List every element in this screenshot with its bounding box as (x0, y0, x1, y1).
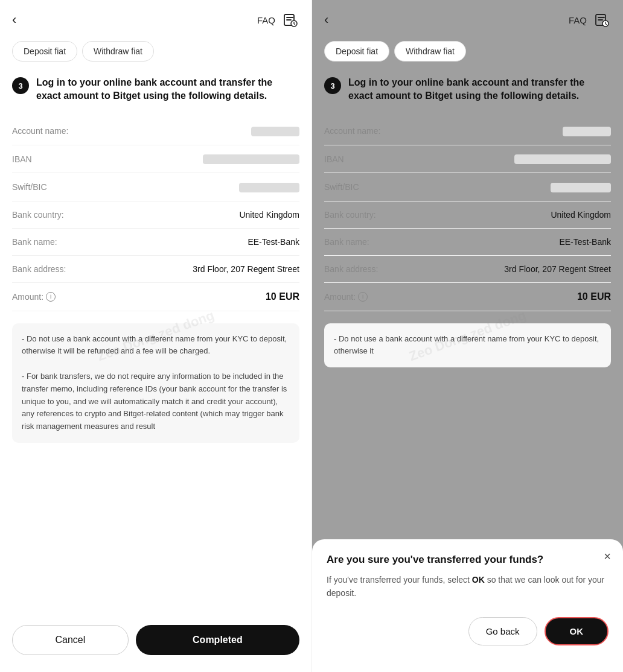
right-amount-info-icon[interactable]: i (358, 292, 368, 302)
bank-address-value: 3rd Floor, 207 Regent Street (193, 264, 299, 274)
right-note-box: - Do not use a bank account with a diffe… (324, 323, 611, 368)
left-bottom-buttons: Cancel Completed (0, 615, 312, 672)
right-amount-label: Amount: i (324, 292, 368, 302)
left-step-title: Log in to your online bank account and t… (36, 76, 299, 103)
left-note-box: - Do not use a bank account with a diffe… (12, 323, 299, 443)
cancel-button[interactable]: Cancel (12, 625, 129, 655)
bank-row-amount: Amount: i 10 EUR (12, 283, 299, 311)
left-notification-icon[interactable] (281, 11, 299, 29)
right-back-button[interactable]: ‹ (324, 13, 328, 27)
right-bank-row-amount: Amount: i 10 EUR (324, 283, 611, 311)
right-bank-row-account: Account name: (324, 118, 611, 145)
right-iban-value (514, 154, 611, 164)
right-swift-label: Swift/BIC (324, 182, 359, 192)
right-bank-details: Account name: IBAN Swift/BIC Bank countr… (324, 118, 611, 311)
amount-label: Amount: i (12, 292, 56, 302)
right-amount-value: 10 EUR (577, 291, 611, 302)
left-header: ‹ FAQ (0, 0, 312, 36)
right-account-value (563, 126, 611, 136)
bank-row-country: Bank country: United Kingdom (12, 201, 299, 229)
right-bank-row-iban: IBAN (324, 145, 611, 173)
right-notification-icon[interactable] (593, 11, 611, 29)
swift-label: Swift/BIC (12, 182, 47, 192)
swift-value (239, 182, 299, 192)
completed-button[interactable]: Completed (136, 625, 299, 655)
dialog-bold-ok: OK (472, 575, 485, 585)
right-step-header: 3 Log in to your online bank account and… (324, 76, 611, 103)
left-back-button[interactable]: ‹ (12, 13, 16, 27)
bank-row-account: Account name: (12, 118, 299, 145)
right-step-title: Log in to your online bank account and t… (348, 76, 611, 103)
dialog-title: Are you sure you've transferred your fun… (327, 554, 590, 566)
left-content: 3 Log in to your online bank account and… (0, 66, 312, 615)
right-step-number: 3 (324, 77, 341, 94)
iban-value (203, 154, 299, 164)
right-panel: Zeo Dong zed dong ‹ FAQ Deposit fi (312, 0, 623, 672)
bank-address-label: Bank address: (12, 264, 66, 274)
right-country-value: United Kingdom (551, 210, 611, 220)
bank-row-name: Bank name: EE-Test-Bank (12, 229, 299, 256)
left-header-right: FAQ (257, 11, 299, 29)
left-note-text-2: - For bank transfers, we do not require … (22, 370, 290, 433)
go-back-button[interactable]: Go back (468, 617, 537, 645)
left-panel: Zeo Dong zed dong ‹ FAQ Deposit fiat Wit… (0, 0, 312, 672)
right-bank-address-value: 3rd Floor, 207 Regent Street (504, 264, 611, 274)
right-main-content: 3 Log in to your online bank account and… (312, 66, 623, 377)
right-bank-row-swift: Swift/BIC (324, 173, 611, 201)
bank-name-value: EE-Test-Bank (248, 237, 299, 247)
account-label: Account name: (12, 126, 68, 136)
ok-button[interactable]: OK (545, 617, 609, 645)
right-bank-row-name: Bank name: EE-Test-Bank (324, 229, 611, 256)
left-tab-withdraw[interactable]: Withdraw fiat (82, 41, 154, 62)
country-label: Bank country: (12, 210, 64, 220)
right-content-behind-overlay: ‹ FAQ Deposit fiat Withdraw fiat (312, 0, 623, 377)
dialog-buttons: Go back OK (327, 617, 609, 645)
bank-name-label: Bank name: (12, 237, 57, 247)
right-header-right: FAQ (569, 11, 611, 29)
country-value: United Kingdom (239, 210, 299, 220)
right-header: ‹ FAQ (312, 0, 623, 36)
right-bank-row-country: Bank country: United Kingdom (324, 201, 611, 229)
right-bank-name-label: Bank name: (324, 237, 369, 247)
right-bank-address-label: Bank address: (324, 264, 379, 274)
bank-row-swift: Swift/BIC (12, 173, 299, 201)
amount-info-icon[interactable]: i (46, 292, 56, 302)
dialog-close-button[interactable]: × (604, 550, 611, 562)
right-account-label: Account name: (324, 126, 380, 136)
iban-label: IBAN (12, 154, 32, 164)
left-step-header: 3 Log in to your online bank account and… (12, 76, 299, 103)
right-tabs: Deposit fiat Withdraw fiat (312, 36, 623, 66)
left-step-number: 3 (12, 77, 29, 94)
bank-row-address: Bank address: 3rd Floor, 207 Regent Stre… (12, 256, 299, 283)
confirm-dialog: × Are you sure you've transferred your f… (312, 539, 623, 672)
right-iban-label: IBAN (324, 154, 344, 164)
amount-value: 10 EUR (266, 291, 299, 302)
right-bank-row-address: Bank address: 3rd Floor, 207 Regent Stre… (324, 256, 611, 283)
right-note-text: - Do not use a bank account with a diffe… (334, 333, 601, 358)
bank-row-iban: IBAN (12, 145, 299, 173)
right-country-label: Bank country: (324, 210, 376, 220)
left-faq-button[interactable]: FAQ (257, 15, 275, 25)
left-tabs: Deposit fiat Withdraw fiat (0, 36, 312, 66)
right-faq-button[interactable]: FAQ (569, 15, 587, 25)
left-bank-details: Account name: IBAN Swift/BIC Bank countr… (12, 118, 299, 311)
left-note-text: - Do not use a bank account with a diffe… (22, 333, 290, 358)
right-tab-deposit[interactable]: Deposit fiat (324, 41, 389, 62)
right-bank-name-value: EE-Test-Bank (559, 237, 611, 247)
right-swift-value (551, 182, 611, 192)
left-tab-deposit[interactable]: Deposit fiat (12, 41, 77, 62)
dialog-text: If you've transferred your funds, select… (327, 573, 609, 600)
right-tab-withdraw[interactable]: Withdraw fiat (394, 41, 466, 62)
account-value (251, 126, 299, 136)
